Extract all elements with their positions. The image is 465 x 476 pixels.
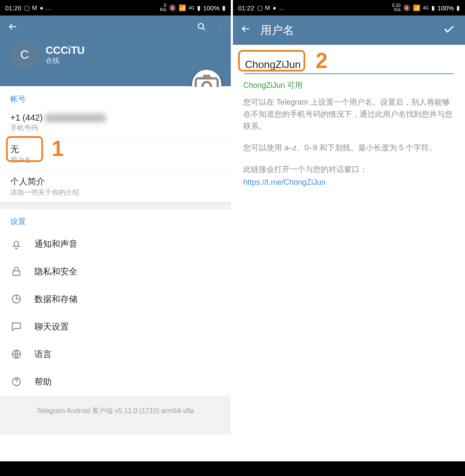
username-available: ChongZiJun 可用 [242,75,456,95]
nav-bar [232,461,465,476]
settings-help[interactable]: 帮助 [0,368,231,395]
settings-notifications-label: 通知和声音 [34,238,78,250]
battery-percent: 100% [437,4,454,12]
mail-icon: M [32,4,37,11]
back-button[interactable] [236,19,255,41]
username-card: ChongZiJun 可用 您可以在 Telegram 上设置一个用户名。设置后… [237,51,461,195]
section-divider [0,202,231,209]
signal-icon: ▮ [197,4,201,11]
username-input[interactable] [244,56,454,74]
settings-privacy-label: 隐私和安全 [34,266,78,277]
username-label: 用户名 [10,156,220,165]
bio-item[interactable]: 个人简介 添加一些关于你的介绍 [0,171,231,202]
back-button[interactable] [3,17,22,39]
username-description-1: 您可以在 Telegram 上设置一个用户名。设置后，别人将能够在不知道您的手机… [242,95,456,134]
phone-number-label: 手机号码 [10,124,220,133]
network-speed: 0 K/s [160,3,166,12]
settings-help-label: 帮助 [34,376,52,388]
battery-icon: ▮ [456,4,460,11]
profile-name: CCCiTU [46,44,85,56]
settings-chat[interactable]: 聊天设置 [0,313,231,340]
network-speed: 0.10 K/s [392,3,400,12]
chat-bubble-icon [10,320,22,333]
check-icon [443,22,456,35]
globe-icon [10,348,22,360]
confirm-button[interactable] [437,18,462,42]
version-footer: Telegram Android 客户端 v5.11.0 (1710) arm6… [0,395,231,435]
username-value: 无 [10,143,220,155]
help-icon [10,376,22,388]
app-bar: 用户名 [233,16,465,45]
signal-4g-icon: 4G [423,6,428,10]
mute-icon: 🔇 [403,4,410,11]
settings-data[interactable]: 数据和存储 [0,285,231,313]
chat-icon: ● [40,4,43,11]
arrow-left-icon [241,24,251,34]
status-time: 01:22 [238,4,254,12]
profile-status: 在线 [46,56,85,65]
search-icon [196,22,207,32]
pie-icon [10,293,22,305]
signal-4g-icon: 4G [189,6,194,10]
mute-icon: 🔇 [169,4,176,11]
image-icon: ▢ [24,4,30,11]
app-bar-title: 用户名 [255,23,437,38]
app-bar [0,16,231,40]
phone-username: 01:22 ▢ M ● … 0.10 K/s 🔇 📶 4G ▮ 100% ▮ 用… [232,0,465,476]
settings-data-label: 数据和存储 [34,293,78,305]
arrow-left-icon [8,22,18,32]
settings-language-label: 语言 [34,348,52,360]
status-bar: 01:20 ▢ M ● … 0 K/s 🔇 📶 4G ▮ 100% ▮ [0,0,231,16]
more-vertical-icon [219,22,221,32]
lock-icon [10,265,22,277]
svg-point-2 [219,26,219,27]
settings-language[interactable]: 语言 [0,340,231,368]
section-settings-header: 设置 [0,209,231,230]
wifi-icon: 📶 [179,4,186,11]
status-bar: 01:22 ▢ M ● … 0.10 K/s 🔇 📶 4G ▮ 100% ▮ [233,0,465,16]
avatar[interactable]: C [10,40,39,69]
more-icon: … [46,4,52,11]
svg-point-3 [219,27,219,28]
username-description-2: 您可以使用 a–z、0–9 和下划线。最小长度为 5 个字符。 [242,140,456,156]
settings-chat-label: 聊天设置 [34,321,69,333]
svg-point-0 [198,24,204,29]
username-link-intro: 此链接会打开一个与您的对话窗口： [242,162,456,177]
phone-settings: 01:20 ▢ M ● … 0 K/s 🔇 📶 4G ▮ 100% ▮ C [0,0,232,476]
svg-point-1 [219,25,219,26]
phone-number-value: +1 (442) [10,113,43,123]
status-time: 01:20 [5,4,22,12]
search-button[interactable] [190,17,213,39]
settings-privacy[interactable]: 隐私和安全 [0,258,231,285]
more-icon: … [279,4,285,11]
more-menu-button[interactable] [213,17,227,39]
phone-number-item[interactable]: +1 (442) 手机号码 [0,108,231,138]
nav-bar [0,461,232,476]
chat-icon: ● [273,4,276,11]
mail-icon: M [265,4,270,11]
battery-percent: 100% [203,4,220,12]
username-link[interactable]: https://t.me/ChongZiJun [242,177,456,188]
phone-number-blur [45,114,105,122]
username-item[interactable]: 无 用户名 [0,138,231,171]
section-account-header: 帐号 [0,87,231,108]
bio-title: 个人简介 [10,176,220,187]
settings-notifications[interactable]: 通知和声音 [0,230,231,258]
profile-header: C CCCiTU 在线 [0,40,231,86]
signal-icon: ▮ [431,4,435,11]
image-icon: ▢ [257,4,263,11]
svg-rect-6 [13,271,20,276]
battery-icon: ▮ [222,4,226,11]
bio-subtitle: 添加一些关于你的介绍 [10,188,220,197]
bell-icon [10,238,22,250]
wifi-icon: 📶 [413,4,420,11]
